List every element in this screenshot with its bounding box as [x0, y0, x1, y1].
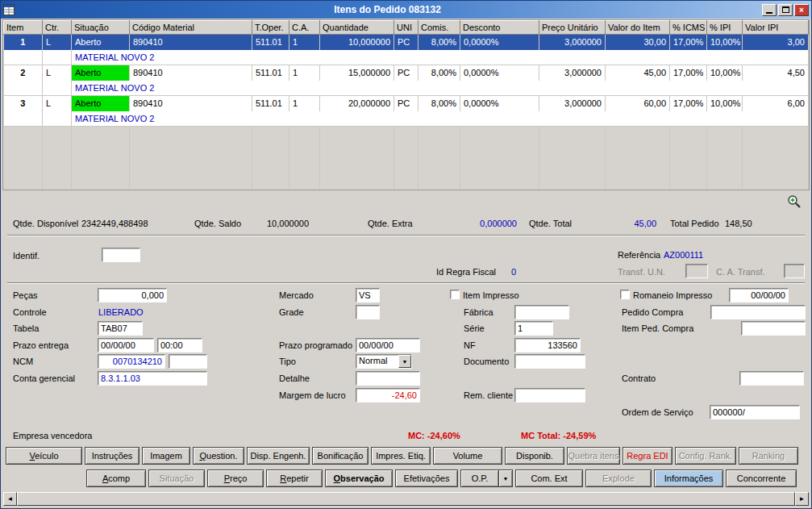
disponib-button[interactable]: Disponib. [505, 447, 564, 465]
table-subrow[interactable]: MATERIAL NOVO 2 [4, 50, 809, 65]
table-row[interactable]: 1 L Aberto 890410 511.01 1 10,000000 PC … [4, 35, 809, 50]
scroll-right-icon[interactable]: ► [795, 492, 809, 506]
col-header-uni[interactable]: UNI [394, 21, 418, 35]
rem-cliente-field[interactable] [514, 388, 585, 403]
col-header-comis[interactable]: Comis. [418, 21, 460, 35]
col-header-item[interactable]: Item [4, 21, 43, 35]
ordem-servico-field[interactable] [710, 405, 800, 419]
item-impresso-label: Item Impresso [463, 290, 519, 300]
chevron-down-icon[interactable]: ▼ [398, 355, 411, 368]
conta-gerencial-field[interactable] [98, 371, 207, 386]
col-header-valor-item[interactable]: Valor do Item [606, 21, 670, 35]
close-button[interactable]: × [794, 4, 809, 16]
pedido-compra-field[interactable] [710, 305, 806, 319]
cell-ctr: L [43, 65, 72, 81]
tabela-label: Tabela [13, 323, 39, 333]
table-subrow[interactable]: MATERIAL NOVO 2 [4, 111, 809, 127]
repetir-button[interactable]: Repetir [266, 469, 323, 487]
prazo-entrega-data-field[interactable] [98, 338, 154, 353]
prazo-programado-label: Prazo programado [279, 340, 352, 350]
col-header-codigo-material[interactable]: Código Material [130, 21, 252, 35]
col-header-situacao[interactable]: Situação [72, 21, 130, 35]
col-header-icms[interactable]: % ICMS [670, 21, 707, 35]
disp-engenh-button[interactable]: Disp. Engenh. [247, 447, 310, 465]
serie-field[interactable] [514, 321, 553, 336]
tipo-dropdown[interactable]: Normal ▼ [356, 354, 412, 369]
table-row[interactable]: 2 L Aberto 890410 511.01 1 15,000000 PC … [4, 65, 809, 81]
items-grid: Item Ctr. Situação Código Material T.Ope… [2, 19, 810, 190]
imagem-button[interactable]: Imagem [142, 447, 190, 465]
col-header-valor-ipi[interactable]: Valor IPI [743, 21, 809, 35]
romaneio-impresso-checkbox[interactable] [620, 290, 630, 299]
separator [7, 282, 805, 284]
op-button[interactable]: O.P. [460, 469, 499, 487]
observacao-button[interactable]: Observação [325, 469, 393, 487]
regra-edi-button[interactable]: Regra EDI [623, 447, 673, 465]
mercado-field[interactable] [356, 288, 380, 302]
scrollbar-thumb[interactable] [17, 492, 795, 506]
volume-button[interactable]: Volume [433, 447, 502, 465]
mc-total-value: MC Total: -24,59% [521, 431, 596, 440]
op-dropdown-icon[interactable]: ▼ [499, 469, 513, 487]
detalhe-field[interactable] [356, 371, 420, 386]
col-header-desconto[interactable]: Desconto [460, 21, 539, 35]
margem-lucro-field[interactable] [356, 388, 420, 403]
prazo-entrega-hora-field[interactable] [157, 338, 202, 353]
bonificacao-button[interactable]: Bonificação [312, 447, 369, 465]
col-header-quantidade[interactable]: Quantidade [320, 21, 394, 35]
table-row[interactable]: 3 L Aberto 890410 511.01 1 20,000000 PC … [4, 96, 809, 111]
preco-button[interactable]: Preço [207, 469, 264, 487]
zoom-magnifier-icon[interactable] [787, 194, 802, 209]
concorrente-button[interactable]: Concorrente [726, 469, 797, 487]
veiculo-button[interactable]: Veículo [6, 447, 82, 465]
col-header-preco-unitario[interactable]: Preço Unitário [539, 21, 606, 35]
contrato-field[interactable] [739, 371, 804, 386]
tipo-value: Normal [356, 355, 398, 368]
ncm-field[interactable] [98, 354, 165, 369]
cell-item: 3 [4, 96, 43, 111]
cell-quantidade: 10,000000 [320, 35, 394, 50]
cell-preco-unitario: 3,000000 [539, 96, 606, 111]
item-ped-compra-field[interactable] [741, 321, 806, 336]
col-header-ctr[interactable]: Ctr. [43, 21, 72, 35]
cell-situacao: Aberto [72, 35, 130, 50]
prazo-programado-field[interactable] [356, 338, 420, 353]
col-header-ca[interactable]: C.A. [289, 21, 320, 35]
ncm2-field[interactable] [169, 354, 207, 369]
cell-ca: 1 [289, 65, 320, 81]
romaneio-data-field[interactable] [729, 288, 789, 302]
ncm-label: NCM [13, 357, 33, 366]
tabela-field[interactable] [98, 321, 143, 336]
grade-field[interactable] [356, 305, 380, 319]
maximize-button[interactable] [778, 4, 793, 16]
cell-situacao: Aberto [72, 65, 130, 81]
config-rank-button: Config. Rank. [675, 447, 736, 465]
transf-un-field [685, 264, 708, 278]
button-row-1: Veículo Instruções Imagem Question. Disp… [6, 447, 798, 465]
identif-field[interactable] [102, 248, 140, 262]
impres-etiq-button[interactable]: Impres. Etiq. [371, 447, 431, 465]
total-pedido-value: 148,50 [725, 219, 752, 228]
question-button[interactable]: Question. [193, 447, 244, 465]
fabrica-field[interactable] [514, 305, 569, 319]
scroll-left-icon[interactable]: ◄ [3, 492, 17, 506]
cell-icms: 17,00% [670, 65, 707, 81]
efetivacoes-button[interactable]: Efetivações [395, 469, 458, 487]
com-ext-button[interactable]: Com. Ext [515, 469, 583, 487]
table-subrow[interactable]: MATERIAL NOVO 2 [4, 81, 809, 96]
horizontal-scrollbar[interactable]: ◄ ► [3, 492, 809, 506]
window-title: Itens do Pedido 083132 [15, 4, 760, 15]
item-impresso-checkbox[interactable] [450, 290, 460, 299]
nf-field[interactable] [514, 338, 581, 353]
col-header-toper[interactable]: T.Oper. [252, 21, 289, 35]
informacoes-button[interactable]: Informações [654, 469, 723, 487]
minimize-button[interactable] [762, 4, 777, 16]
acomp-button[interactable]: Acomp [86, 469, 146, 487]
documento-field[interactable] [514, 354, 585, 369]
pecas-field[interactable] [98, 288, 167, 302]
instrucoes-button[interactable]: Instruções [85, 447, 139, 465]
cell-uni: PC [394, 35, 418, 50]
col-header-ipi[interactable]: % IPI [707, 21, 743, 35]
cell-comis: 8,00% [418, 96, 460, 111]
titlebar[interactable]: Itens do Pedido 083132 × [1, 1, 811, 19]
